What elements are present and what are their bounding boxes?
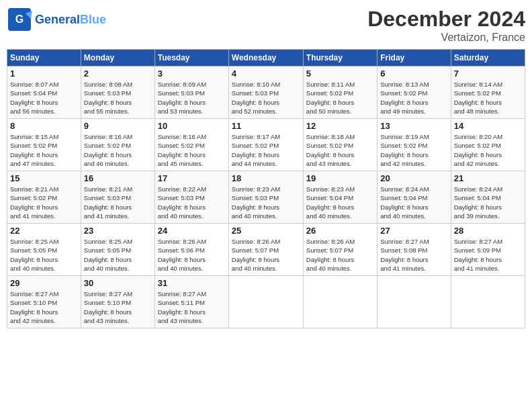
day-info: Sunrise: 8:08 AM Sunset: 5:03 PM Dayligh…: [84, 80, 152, 116]
day-info: Sunrise: 8:15 AM Sunset: 5:02 PM Dayligh…: [10, 132, 78, 168]
calendar-cell: 7Sunrise: 8:14 AM Sunset: 5:02 PM Daylig…: [451, 66, 525, 119]
calendar-cell: 1Sunrise: 8:07 AM Sunset: 5:04 PM Daylig…: [7, 66, 81, 119]
calendar-cell: 3Sunrise: 8:09 AM Sunset: 5:03 PM Daylig…: [154, 66, 228, 119]
calendar-cell: 21Sunrise: 8:24 AM Sunset: 5:04 PM Dayli…: [451, 171, 525, 224]
calendar-cell: 13Sunrise: 8:19 AM Sunset: 5:02 PM Dayli…: [378, 119, 451, 171]
day-number: 14: [454, 121, 522, 131]
logo: G GeneralBlue: [7, 7, 106, 32]
header-row: SundayMondayTuesdayWednesdayThursdayFrid…: [7, 50, 525, 66]
day-header-tuesday: Tuesday: [154, 50, 228, 66]
calendar-week-2: 8Sunrise: 8:15 AM Sunset: 5:02 PM Daylig…: [7, 119, 525, 171]
calendar-cell: 24Sunrise: 8:26 AM Sunset: 5:06 PM Dayli…: [154, 224, 228, 276]
day-number: 12: [306, 121, 374, 131]
day-number: 24: [158, 226, 226, 236]
day-info: Sunrise: 8:23 AM Sunset: 5:04 PM Dayligh…: [306, 185, 374, 220]
calendar-cell: 9Sunrise: 8:16 AM Sunset: 5:02 PM Daylig…: [81, 119, 154, 171]
calendar-cell: 6Sunrise: 8:13 AM Sunset: 5:02 PM Daylig…: [378, 66, 451, 119]
day-number: 22: [10, 226, 78, 236]
day-header-saturday: Saturday: [451, 50, 525, 66]
day-number: 13: [380, 121, 447, 131]
day-header-sunday: Sunday: [7, 50, 81, 66]
calendar-cell: 15Sunrise: 8:21 AM Sunset: 5:02 PM Dayli…: [7, 171, 81, 224]
day-number: 10: [158, 121, 226, 131]
day-number: 28: [454, 226, 522, 236]
day-number: 26: [306, 226, 374, 236]
day-number: 8: [10, 121, 78, 131]
calendar-cell: 2Sunrise: 8:08 AM Sunset: 5:03 PM Daylig…: [81, 66, 154, 119]
day-info: Sunrise: 8:18 AM Sunset: 5:02 PM Dayligh…: [306, 132, 374, 168]
day-number: 20: [380, 173, 447, 183]
day-number: 27: [380, 226, 447, 236]
day-info: Sunrise: 8:21 AM Sunset: 5:02 PM Dayligh…: [10, 185, 78, 220]
calendar-cell: 25Sunrise: 8:26 AM Sunset: 5:07 PM Dayli…: [228, 224, 303, 276]
calendar-cell: 23Sunrise: 8:25 AM Sunset: 5:05 PM Dayli…: [81, 224, 154, 276]
title-area: December 2024 Vertaizon, France: [367, 7, 525, 44]
calendar-cell: 12Sunrise: 8:18 AM Sunset: 5:02 PM Dayli…: [303, 119, 377, 171]
day-info: Sunrise: 8:24 AM Sunset: 5:04 PM Dayligh…: [380, 185, 447, 220]
calendar-cell: 11Sunrise: 8:17 AM Sunset: 5:02 PM Dayli…: [228, 119, 303, 171]
day-number: 11: [232, 121, 300, 131]
day-info: Sunrise: 8:27 AM Sunset: 5:08 PM Dayligh…: [380, 237, 447, 273]
day-info: Sunrise: 8:27 AM Sunset: 5:10 PM Dayligh…: [10, 289, 78, 325]
calendar-cell: 10Sunrise: 8:16 AM Sunset: 5:02 PM Dayli…: [154, 119, 228, 171]
calendar-cell: 27Sunrise: 8:27 AM Sunset: 5:08 PM Dayli…: [378, 224, 451, 276]
day-info: Sunrise: 8:09 AM Sunset: 5:03 PM Dayligh…: [158, 80, 226, 116]
calendar-table: SundayMondayTuesdayWednesdayThursdayFrid…: [7, 49, 525, 328]
calendar-cell: [451, 276, 525, 328]
day-number: 21: [454, 173, 522, 183]
calendar-cell: [303, 276, 377, 328]
day-number: 29: [10, 278, 78, 288]
day-header-thursday: Thursday: [303, 50, 377, 66]
calendar-cell: 28Sunrise: 8:27 AM Sunset: 5:09 PM Dayli…: [451, 224, 525, 276]
svg-text:G: G: [15, 13, 24, 25]
header: G GeneralBlue December 2024 Vertaizon, F…: [7, 7, 525, 44]
day-number: 1: [10, 68, 78, 79]
day-info: Sunrise: 8:24 AM Sunset: 5:04 PM Dayligh…: [454, 185, 522, 220]
day-number: 6: [380, 68, 447, 79]
day-info: Sunrise: 8:26 AM Sunset: 5:07 PM Dayligh…: [232, 237, 300, 273]
calendar-cell: 17Sunrise: 8:22 AM Sunset: 5:03 PM Dayli…: [154, 171, 228, 224]
day-info: Sunrise: 8:27 AM Sunset: 5:11 PM Dayligh…: [158, 289, 226, 325]
day-header-friday: Friday: [378, 50, 451, 66]
day-header-monday: Monday: [81, 50, 154, 66]
day-info: Sunrise: 8:27 AM Sunset: 5:10 PM Dayligh…: [84, 289, 152, 325]
day-number: 4: [232, 68, 300, 79]
day-info: Sunrise: 8:13 AM Sunset: 5:02 PM Dayligh…: [380, 80, 447, 116]
calendar-cell: 19Sunrise: 8:23 AM Sunset: 5:04 PM Dayli…: [303, 171, 377, 224]
month-title: December 2024: [367, 7, 525, 32]
day-number: 16: [84, 173, 152, 183]
day-number: 5: [306, 68, 374, 79]
day-header-wednesday: Wednesday: [228, 50, 303, 66]
day-info: Sunrise: 8:26 AM Sunset: 5:06 PM Dayligh…: [158, 237, 226, 273]
day-info: Sunrise: 8:10 AM Sunset: 5:03 PM Dayligh…: [232, 80, 300, 116]
day-info: Sunrise: 8:25 AM Sunset: 5:05 PM Dayligh…: [10, 237, 78, 273]
logo-icon: G: [7, 7, 32, 32]
logo-text: GeneralBlue: [35, 13, 106, 27]
day-info: Sunrise: 8:16 AM Sunset: 5:02 PM Dayligh…: [158, 132, 226, 168]
day-number: 31: [158, 278, 226, 288]
day-info: Sunrise: 8:11 AM Sunset: 5:02 PM Dayligh…: [306, 80, 374, 116]
calendar-cell: 30Sunrise: 8:27 AM Sunset: 5:10 PM Dayli…: [81, 276, 154, 328]
day-number: 3: [158, 68, 226, 79]
calendar-cell: 5Sunrise: 8:11 AM Sunset: 5:02 PM Daylig…: [303, 66, 377, 119]
calendar-cell: 20Sunrise: 8:24 AM Sunset: 5:04 PM Dayli…: [378, 171, 451, 224]
day-info: Sunrise: 8:19 AM Sunset: 5:02 PM Dayligh…: [380, 132, 447, 168]
day-number: 17: [158, 173, 226, 183]
calendar-cell: 29Sunrise: 8:27 AM Sunset: 5:10 PM Dayli…: [7, 276, 81, 328]
calendar-cell: 16Sunrise: 8:21 AM Sunset: 5:03 PM Dayli…: [81, 171, 154, 224]
calendar-cell: 26Sunrise: 8:26 AM Sunset: 5:07 PM Dayli…: [303, 224, 377, 276]
calendar-cell: 22Sunrise: 8:25 AM Sunset: 5:05 PM Dayli…: [7, 224, 81, 276]
day-number: 7: [454, 68, 522, 79]
calendar-week-4: 22Sunrise: 8:25 AM Sunset: 5:05 PM Dayli…: [7, 224, 525, 276]
day-number: 19: [306, 173, 374, 183]
day-info: Sunrise: 8:07 AM Sunset: 5:04 PM Dayligh…: [10, 80, 78, 116]
calendar-cell: [228, 276, 303, 328]
day-info: Sunrise: 8:16 AM Sunset: 5:02 PM Dayligh…: [84, 132, 152, 168]
calendar-cell: 4Sunrise: 8:10 AM Sunset: 5:03 PM Daylig…: [228, 66, 303, 119]
calendar-week-3: 15Sunrise: 8:21 AM Sunset: 5:02 PM Dayli…: [7, 171, 525, 224]
calendar-week-5: 29Sunrise: 8:27 AM Sunset: 5:10 PM Dayli…: [7, 276, 525, 328]
day-number: 30: [84, 278, 152, 288]
day-number: 2: [84, 68, 152, 79]
calendar-week-1: 1Sunrise: 8:07 AM Sunset: 5:04 PM Daylig…: [7, 66, 525, 119]
calendar-cell: [378, 276, 451, 328]
